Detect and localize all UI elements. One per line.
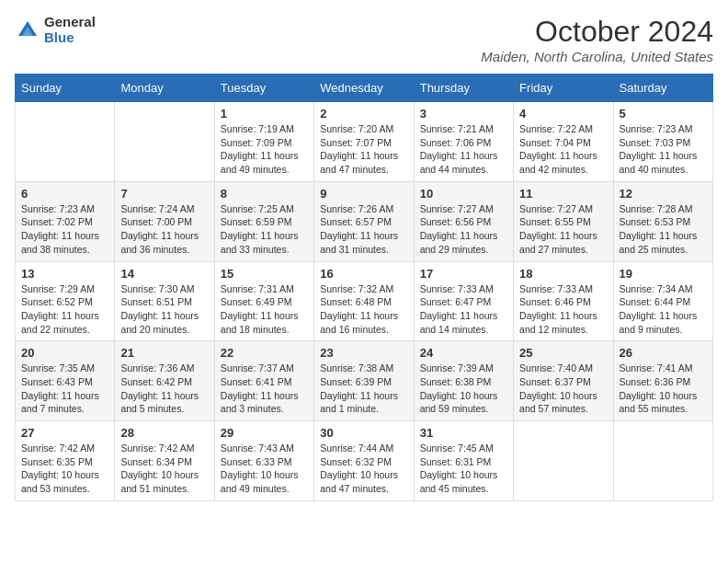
table-row: 27Sunrise: 7:42 AM Sunset: 6:35 PM Dayli…	[16, 421, 115, 501]
day-info: Sunrise: 7:31 AM Sunset: 6:49 PM Dayligh…	[221, 282, 308, 337]
calendar-table: Sunday Monday Tuesday Wednesday Thursday…	[15, 74, 713, 501]
calendar-header-row: Sunday Monday Tuesday Wednesday Thursday…	[16, 75, 713, 102]
table-row: 21Sunrise: 7:36 AM Sunset: 6:42 PM Dayli…	[115, 341, 214, 421]
header-sunday: Sunday	[16, 75, 115, 102]
day-info: Sunrise: 7:20 AM Sunset: 7:07 PM Dayligh…	[320, 122, 407, 177]
day-info: Sunrise: 7:27 AM Sunset: 6:56 PM Dayligh…	[420, 202, 507, 257]
table-row: 25Sunrise: 7:40 AM Sunset: 6:37 PM Dayli…	[514, 341, 613, 421]
day-info: Sunrise: 7:19 AM Sunset: 7:09 PM Dayligh…	[221, 122, 308, 177]
month-title: October 2024	[481, 15, 713, 49]
table-row: 11Sunrise: 7:27 AM Sunset: 6:55 PM Dayli…	[514, 181, 613, 261]
table-row: 6Sunrise: 7:23 AM Sunset: 7:02 PM Daylig…	[16, 181, 115, 261]
table-row: 2Sunrise: 7:20 AM Sunset: 7:07 PM Daylig…	[314, 102, 414, 182]
day-info: Sunrise: 7:24 AM Sunset: 7:00 PM Dayligh…	[120, 202, 208, 257]
header-saturday: Saturday	[613, 75, 712, 102]
day-info: Sunrise: 7:38 AM Sunset: 6:39 PM Dayligh…	[320, 362, 407, 416]
day-number: 18	[519, 267, 607, 281]
day-number: 28	[120, 426, 208, 440]
table-row	[16, 102, 115, 182]
table-row: 30Sunrise: 7:44 AM Sunset: 6:32 PM Dayli…	[314, 421, 414, 501]
calendar-week-row: 27Sunrise: 7:42 AM Sunset: 6:35 PM Dayli…	[16, 421, 713, 501]
table-row: 22Sunrise: 7:37 AM Sunset: 6:41 PM Dayli…	[214, 341, 313, 421]
day-number: 22	[221, 346, 308, 360]
day-number: 16	[320, 267, 407, 281]
day-info: Sunrise: 7:37 AM Sunset: 6:41 PM Dayligh…	[221, 362, 308, 416]
day-info: Sunrise: 7:29 AM Sunset: 6:52 PM Dayligh…	[21, 282, 108, 337]
header-monday: Monday	[115, 75, 214, 102]
day-number: 9	[320, 187, 407, 201]
day-number: 31	[420, 426, 507, 440]
day-info: Sunrise: 7:45 AM Sunset: 6:31 PM Dayligh…	[420, 442, 507, 496]
page-header: General Blue October 2024 Maiden, North …	[15, 15, 713, 64]
day-number: 15	[221, 267, 308, 281]
table-row: 9Sunrise: 7:26 AM Sunset: 6:57 PM Daylig…	[314, 181, 414, 261]
header-friday: Friday	[514, 75, 613, 102]
day-info: Sunrise: 7:34 AM Sunset: 6:44 PM Dayligh…	[620, 282, 707, 337]
day-info: Sunrise: 7:39 AM Sunset: 6:38 PM Dayligh…	[420, 362, 507, 416]
table-row: 1Sunrise: 7:19 AM Sunset: 7:09 PM Daylig…	[214, 102, 313, 182]
day-info: Sunrise: 7:44 AM Sunset: 6:32 PM Dayligh…	[320, 442, 407, 496]
table-row: 4Sunrise: 7:22 AM Sunset: 7:04 PM Daylig…	[514, 102, 613, 182]
table-row: 15Sunrise: 7:31 AM Sunset: 6:49 PM Dayli…	[214, 261, 313, 341]
table-row: 18Sunrise: 7:33 AM Sunset: 6:46 PM Dayli…	[514, 261, 613, 341]
table-row: 26Sunrise: 7:41 AM Sunset: 6:36 PM Dayli…	[613, 341, 712, 421]
day-info: Sunrise: 7:33 AM Sunset: 6:47 PM Dayligh…	[420, 282, 507, 337]
day-info: Sunrise: 7:32 AM Sunset: 6:48 PM Dayligh…	[320, 282, 407, 337]
table-row: 13Sunrise: 7:29 AM Sunset: 6:52 PM Dayli…	[16, 261, 115, 341]
day-info: Sunrise: 7:35 AM Sunset: 6:43 PM Dayligh…	[21, 362, 108, 416]
day-number: 24	[420, 346, 507, 360]
table-row	[514, 421, 613, 501]
table-row: 5Sunrise: 7:23 AM Sunset: 7:03 PM Daylig…	[613, 102, 712, 182]
day-number: 14	[120, 267, 208, 281]
logo-general: General	[44, 15, 96, 30]
day-number: 26	[620, 346, 707, 360]
day-number: 2	[320, 107, 407, 121]
day-info: Sunrise: 7:28 AM Sunset: 6:53 PM Dayligh…	[620, 202, 707, 257]
day-info: Sunrise: 7:42 AM Sunset: 6:35 PM Dayligh…	[21, 442, 108, 496]
day-number: 4	[519, 107, 607, 121]
calendar-week-row: 13Sunrise: 7:29 AM Sunset: 6:52 PM Dayli…	[16, 261, 713, 341]
logo-icon	[15, 17, 40, 43]
table-row: 3Sunrise: 7:21 AM Sunset: 7:06 PM Daylig…	[414, 102, 513, 182]
table-row: 28Sunrise: 7:42 AM Sunset: 6:34 PM Dayli…	[115, 421, 214, 501]
table-row: 8Sunrise: 7:25 AM Sunset: 6:59 PM Daylig…	[214, 181, 313, 261]
day-number: 7	[120, 187, 208, 201]
table-row: 19Sunrise: 7:34 AM Sunset: 6:44 PM Dayli…	[613, 261, 712, 341]
day-number: 25	[519, 346, 607, 360]
table-row: 10Sunrise: 7:27 AM Sunset: 6:56 PM Dayli…	[414, 181, 513, 261]
table-row: 14Sunrise: 7:30 AM Sunset: 6:51 PM Dayli…	[115, 261, 214, 341]
table-row: 31Sunrise: 7:45 AM Sunset: 6:31 PM Dayli…	[414, 421, 513, 501]
day-info: Sunrise: 7:27 AM Sunset: 6:55 PM Dayligh…	[519, 202, 607, 257]
day-info: Sunrise: 7:40 AM Sunset: 6:37 PM Dayligh…	[519, 362, 607, 416]
day-info: Sunrise: 7:43 AM Sunset: 6:33 PM Dayligh…	[221, 442, 308, 496]
table-row: 24Sunrise: 7:39 AM Sunset: 6:38 PM Dayli…	[414, 341, 513, 421]
header-wednesday: Wednesday	[314, 75, 414, 102]
day-number: 19	[620, 267, 707, 281]
day-info: Sunrise: 7:23 AM Sunset: 7:02 PM Dayligh…	[21, 202, 108, 257]
calendar-week-row: 6Sunrise: 7:23 AM Sunset: 7:02 PM Daylig…	[16, 181, 713, 261]
table-row	[613, 421, 712, 501]
day-info: Sunrise: 7:42 AM Sunset: 6:34 PM Dayligh…	[120, 442, 208, 496]
table-row: 16Sunrise: 7:32 AM Sunset: 6:48 PM Dayli…	[314, 261, 414, 341]
day-number: 27	[21, 426, 108, 440]
day-number: 13	[21, 267, 108, 281]
title-area: October 2024 Maiden, North Carolina, Uni…	[481, 15, 713, 64]
day-info: Sunrise: 7:30 AM Sunset: 6:51 PM Dayligh…	[120, 282, 208, 337]
day-number: 3	[420, 107, 507, 121]
day-number: 10	[420, 187, 507, 201]
day-number: 20	[21, 346, 108, 360]
table-row: 17Sunrise: 7:33 AM Sunset: 6:47 PM Dayli…	[414, 261, 513, 341]
day-info: Sunrise: 7:41 AM Sunset: 6:36 PM Dayligh…	[620, 362, 707, 416]
calendar-week-row: 20Sunrise: 7:35 AM Sunset: 6:43 PM Dayli…	[16, 341, 713, 421]
table-row	[115, 102, 214, 182]
day-number: 11	[519, 187, 607, 201]
day-number: 8	[221, 187, 308, 201]
day-info: Sunrise: 7:23 AM Sunset: 7:03 PM Dayligh…	[620, 122, 707, 177]
day-info: Sunrise: 7:26 AM Sunset: 6:57 PM Dayligh…	[320, 202, 407, 257]
table-row: 23Sunrise: 7:38 AM Sunset: 6:39 PM Dayli…	[314, 341, 414, 421]
logo: General Blue	[15, 15, 96, 45]
day-info: Sunrise: 7:25 AM Sunset: 6:59 PM Dayligh…	[221, 202, 308, 257]
day-info: Sunrise: 7:21 AM Sunset: 7:06 PM Dayligh…	[420, 122, 507, 177]
day-number: 1	[221, 107, 308, 121]
day-info: Sunrise: 7:22 AM Sunset: 7:04 PM Dayligh…	[519, 122, 607, 177]
